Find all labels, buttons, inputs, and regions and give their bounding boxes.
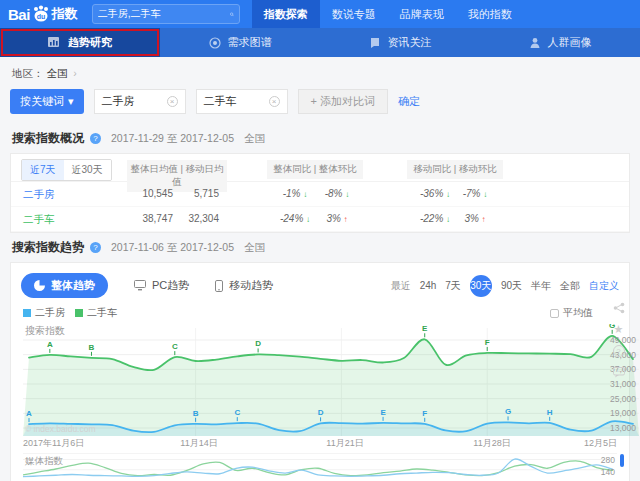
svg-text:A: A — [26, 409, 32, 418]
chart-title: 搜索指数 — [25, 324, 65, 338]
top-nav-index-explore[interactable]: 指数探索 — [252, 0, 320, 28]
x-tick: 11月14日 — [180, 437, 217, 450]
table-row: 二手车 38,747 32,304 -24% ↓ 3% ↑ -22% ↓ 3% … — [11, 207, 629, 232]
remove-keyword-icon[interactable]: × — [269, 96, 280, 107]
share-icon[interactable] — [612, 301, 625, 314]
average-label: 平均值 — [563, 306, 593, 320]
svg-text:B: B — [193, 409, 199, 418]
trend-panel: 整体趋势 PC趋势 移动趋势 最近 24h 7天 30天 90天 半年 全部 自… — [10, 262, 630, 481]
average-toggle[interactable]: 平均值 — [550, 306, 593, 320]
tab-30days[interactable]: 近30天 — [64, 160, 111, 180]
col-group-mobile-compare: 移动同比 | 移动环比 — [407, 160, 503, 179]
tab-7days[interactable]: 近7天 — [22, 160, 64, 180]
svg-text:19,000: 19,000 — [610, 408, 636, 418]
y-tick: 140 — [601, 467, 615, 477]
phone-icon — [215, 280, 223, 292]
help-icon[interactable]: ? — [613, 345, 625, 357]
svg-text:B: B — [89, 343, 95, 352]
info-icon[interactable]: ? — [90, 133, 101, 144]
top-nav: 指数探索 数说专题 品牌表现 我的指数 — [252, 0, 524, 28]
caret-down-icon: ▾ — [68, 95, 74, 108]
mobile-yoy: -36% ↓ — [411, 188, 459, 199]
remove-keyword-icon[interactable]: × — [167, 96, 178, 107]
media-index-chart[interactable]: 媒体指数 280 140 — [23, 453, 617, 481]
legend-label: 二手房 — [35, 306, 65, 320]
keyword-pill-1[interactable]: 二手房 × — [94, 89, 186, 114]
search-box[interactable] — [92, 4, 240, 24]
keyword-text: 二手车 — [204, 94, 237, 109]
range-all[interactable]: 全部 — [560, 279, 580, 293]
add-compare-button[interactable]: + 添加对比词 — [298, 89, 388, 114]
overview-table: 近7天 近30天 整体日均值 | 移动日均值 整体同比 | 整体环比 移动同比 … — [10, 153, 630, 233]
svg-text:E: E — [422, 324, 428, 333]
row-keyword[interactable]: 二手车 — [23, 213, 55, 227]
checkbox-icon[interactable] — [550, 309, 559, 318]
scrollbar-thumb[interactable] — [620, 454, 624, 467]
baidu-paw-icon: du — [31, 5, 51, 23]
svg-text:C: C — [234, 408, 240, 417]
tab-label: PC趋势 — [152, 278, 189, 293]
top-nav-brand[interactable]: 品牌表现 — [388, 0, 456, 28]
top-nav-data-topics[interactable]: 数说专题 — [320, 0, 388, 28]
info-icon[interactable]: ? — [90, 242, 101, 253]
tab-news-attention[interactable]: 资讯关注 — [320, 28, 480, 57]
legend-car[interactable]: 二手车 — [75, 306, 117, 320]
top-nav-my-index[interactable]: 我的指数 — [456, 0, 524, 28]
top-header: Bai du 指数 指数探索 数说专题 品牌表现 我的指数 — [0, 0, 640, 28]
legend-swatch — [75, 309, 83, 317]
trend-controls: 整体趋势 PC趋势 移动趋势 最近 24h 7天 30天 90天 半年 全部 自… — [11, 271, 629, 306]
range-24h[interactable]: 24h — [420, 280, 437, 291]
svg-text:C: C — [172, 342, 178, 351]
legend-house[interactable]: 二手房 — [23, 306, 65, 320]
range-half-year[interactable]: 半年 — [531, 279, 551, 293]
tab-audience-profile[interactable]: 人群画像 — [480, 28, 640, 57]
tab-pc-trend[interactable]: PC趋势 — [134, 278, 189, 293]
baidu-index-logo[interactable]: Bai du 指数 — [8, 5, 78, 23]
col-group-overall-compare: 整体同比 | 整体环比 — [267, 160, 363, 179]
trend-line-chart[interactable]: ABCDEFGABCDEFGH49,00043,00037,00031,0002… — [23, 324, 639, 436]
region-text: 全国 — [244, 241, 265, 255]
overview-section-title: 搜索指数概况 ? 2017-11-29 至 2017-12-05 全国 — [10, 124, 630, 153]
row-keyword[interactable]: 二手房 — [23, 188, 55, 202]
target-icon — [209, 37, 221, 49]
svg-text:A: A — [47, 340, 53, 349]
overall-yoy: -1% ↓ — [271, 188, 319, 199]
section-title: 搜索指数概况 — [12, 130, 84, 147]
mobile-daily-avg: 5,715 — [179, 188, 219, 199]
range-90d[interactable]: 90天 — [501, 279, 522, 293]
tab-mobile-trend[interactable]: 移动趋势 — [215, 278, 273, 293]
x-tick: 11月21日 — [326, 437, 363, 450]
keyword-pill-2[interactable]: 二手车 × — [196, 89, 288, 114]
keyword-mode-button[interactable]: 按关键词 ▾ — [10, 89, 84, 114]
svg-text:D: D — [318, 408, 324, 417]
y-tick: 280 — [601, 455, 615, 465]
person-icon — [529, 37, 541, 49]
region-selector[interactable]: 地区： 全国 › — [10, 63, 630, 89]
confirm-button[interactable]: 确定 — [398, 94, 420, 109]
svg-text:25,000: 25,000 — [610, 394, 636, 404]
range-7d[interactable]: 7天 — [445, 279, 461, 293]
feedback-icon[interactable] — [612, 366, 625, 379]
legend-row: 二手房 二手车 平均值 — [11, 306, 629, 324]
svg-text:F: F — [422, 409, 427, 418]
favorite-star-icon[interactable]: ★ — [612, 323, 625, 336]
overview-table-header: 近7天 近30天 整体日均值 | 移动日均值 整体同比 | 整体环比 移动同比 … — [11, 154, 629, 182]
region-value[interactable]: 全国 — [46, 67, 67, 79]
svg-text:E: E — [380, 408, 386, 417]
tab-overall-trend[interactable]: 整体趋势 — [21, 273, 108, 298]
search-icon[interactable] — [230, 9, 234, 20]
region-label: 地区： — [12, 67, 44, 79]
search-index-chart[interactable]: 搜索指数 © index.baidu.com ABCDEFGABCDEFGH49… — [23, 324, 617, 436]
period-toggle: 近7天 近30天 — [21, 159, 112, 181]
search-input[interactable] — [98, 9, 230, 20]
media-line-chart[interactable] — [23, 454, 613, 481]
range-custom[interactable]: 自定义 — [589, 279, 619, 293]
tab-label: 需求图谱 — [228, 35, 272, 50]
svg-text:H: H — [547, 408, 553, 417]
chevron-right-icon: › — [73, 67, 77, 79]
tab-trend-research[interactable]: 趋势研究 — [0, 28, 160, 57]
tab-demand-map[interactable]: 需求图谱 — [160, 28, 320, 57]
legend-label: 二手车 — [87, 306, 117, 320]
keyword-mode-label: 按关键词 — [20, 94, 64, 109]
range-30d[interactable]: 30天 — [470, 275, 492, 297]
